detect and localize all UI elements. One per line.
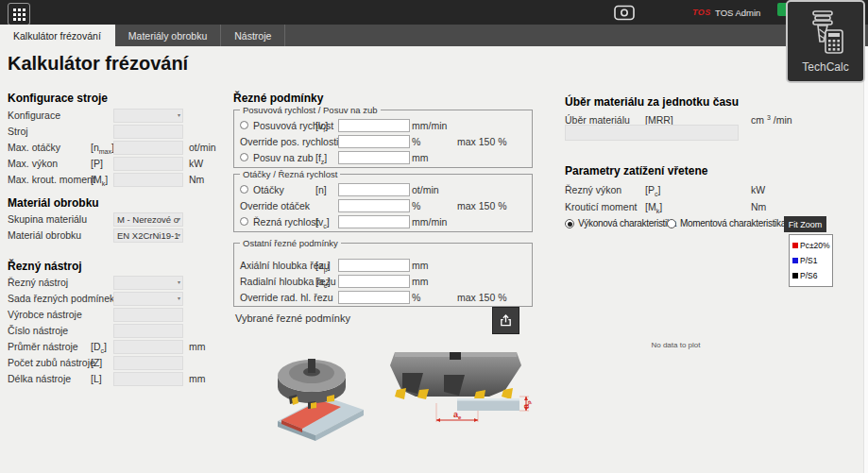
konfigurace-select[interactable]: ▾ <box>113 109 183 123</box>
max-vykon-field <box>113 157 183 171</box>
cutting-conditions-panel: Řezné podmínky Posuvová rychlost / Posuv… <box>233 90 534 373</box>
row-max-vykon: Max. výkon [P] kW <box>8 157 227 171</box>
ae-dimension-label: ae <box>453 410 462 420</box>
legend-label: P/S1 <box>800 256 817 265</box>
camera-button[interactable] <box>614 5 635 21</box>
row-otacky: Otáčky [n] ot/min <box>234 183 532 197</box>
group-legend: Posuvová rychlost / Posuv na zub <box>240 105 381 115</box>
scrollbar-track[interactable] <box>863 46 868 473</box>
skupina-materialu-select[interactable]: M - Nerezové o▾ <box>113 212 183 227</box>
symbol-ae: [ae] <box>315 276 331 287</box>
row-prumer: Průměr nástroje [Dc] mm <box>8 340 227 354</box>
unit-label: mm/min <box>412 120 447 131</box>
override-radialni-input[interactable] <box>338 291 410 304</box>
sada-podminek-select[interactable]: ▾ <box>113 292 183 306</box>
section-title-cutting: Řezné podmínky <box>233 92 323 105</box>
camera-icon <box>614 5 635 21</box>
otacky-radio[interactable] <box>240 185 248 194</box>
torque-characteristic-radio[interactable] <box>667 219 676 228</box>
chevron-down-icon: ▾ <box>178 112 180 118</box>
row-rezna-rychlost: Řezná rychlost [vc] mm/min <box>234 215 532 229</box>
override-otacek-input[interactable] <box>338 199 410 212</box>
row-override-radialni: Override rad. hl. řezu % max 150 % <box>234 291 532 305</box>
legend-swatch-black <box>792 273 798 279</box>
apps-grid-icon <box>13 8 26 21</box>
posuv-na-zub-radio[interactable] <box>240 153 248 161</box>
max-label: max 150 % <box>457 292 507 303</box>
row-konfigurace: Konfigurace ▾ <box>8 109 227 123</box>
otacky-input[interactable] <box>338 183 410 196</box>
fit-zoom-button[interactable]: Fit Zoom <box>784 216 826 232</box>
field-label: Průměr nástroje <box>8 341 78 352</box>
chevron-down-icon: ▾ <box>178 232 180 238</box>
field-label: Override rad. hl. řezu <box>240 292 333 303</box>
max-otacky-field <box>113 141 183 155</box>
rezna-rychlost-radio[interactable] <box>240 217 248 226</box>
techcalc-shortcut-tile[interactable]: TechCalc <box>786 0 865 83</box>
legend-swatch-blue <box>792 258 798 263</box>
chevron-down-icon: ▾ <box>178 279 180 285</box>
symbol-z: [Z] <box>91 357 102 368</box>
field-label: Posuv na zub <box>253 152 314 163</box>
material-obrobku-select[interactable]: EN X2CrNi19-1▾ <box>113 228 183 243</box>
max-label: max 150 % <box>457 136 507 147</box>
export-conditions-button[interactable] <box>492 307 519 334</box>
field-label: Počet zubů nástroje <box>8 357 95 368</box>
tos-logo: TOS <box>692 8 711 17</box>
rezny-nastroj-select[interactable]: ▾ <box>113 276 183 290</box>
torque-characteristic-option[interactable]: Momentová charakteristika <box>667 218 786 231</box>
group-legend: Otáčky / Řezná rychlost <box>240 169 340 179</box>
apps-grid-button[interactable] <box>8 3 30 25</box>
override-posuv-input[interactable] <box>338 135 410 148</box>
chevron-down-icon: ▾ <box>178 296 180 301</box>
ap-dimension-label: ap <box>521 400 532 409</box>
max-moment-field <box>113 173 183 187</box>
field-label: Materiál obrobku <box>8 229 81 241</box>
power-characteristic-radio[interactable] <box>565 219 574 228</box>
axialni-hloubka-input[interactable] <box>338 259 410 272</box>
radio-label: Výkonová charakteristika <box>578 218 676 228</box>
row-posuv-na-zub: Posuv na zub [fz] mm <box>234 151 532 165</box>
row-override-otacek: Override otáček % max 150 % <box>234 199 532 213</box>
symbol-mk: [Mk] <box>91 174 108 185</box>
unit-label: ot/min <box>412 184 439 195</box>
chart-plot-area: No data to plot <box>565 250 787 439</box>
field-label: Číslo nástroje <box>8 325 68 336</box>
row-axialni-hloubka: Axiální hloubka řezu [ap] mm <box>234 259 532 273</box>
legend-item: P/S1 <box>792 253 830 268</box>
milling-isometric-illustration <box>266 347 375 447</box>
group-legend: Ostatní řezné podmínky <box>240 238 341 248</box>
legend-swatch-red <box>792 243 798 248</box>
posuv-na-zub-input[interactable] <box>338 151 410 164</box>
page-title: Kalkulátor frézování <box>8 53 188 75</box>
posuvova-rychlost-radio[interactable] <box>240 121 248 129</box>
unit-label: kW <box>189 158 203 169</box>
power-characteristic-option[interactable]: Výkonová charakteristika <box>565 218 676 231</box>
tab-kalkulator-frezovani[interactable]: Kalkulátor frézování <box>0 25 115 46</box>
max-label: max 150 % <box>457 200 507 211</box>
stroj-field <box>113 125 183 139</box>
radialni-hloubka-input[interactable] <box>338 275 410 288</box>
field-label: Řezná rychlost <box>253 216 318 228</box>
row-sada-podminek: Sada řezných podmínek ▾ <box>8 292 227 306</box>
row-material-obrobku: Materiál obrobku EN X2CrNi19-1▾ <box>8 228 227 243</box>
section-title-tool: Řezný nástroj <box>8 260 82 273</box>
row-skupina-materialu: Skupina materiálu M - Nerezové o▾ <box>8 212 227 227</box>
posuvova-rychlost-input[interactable] <box>338 119 410 132</box>
unit-label: mm <box>412 260 429 271</box>
radio-label: Momentová charakteristika <box>680 218 786 228</box>
tab-nastroje[interactable]: Nástroje <box>221 25 285 46</box>
unit-label: mm <box>189 373 206 384</box>
rezna-rychlost-input[interactable] <box>338 215 410 228</box>
row-radialni-hloubka: Radialní hloubka řezu [ae] mm <box>234 275 532 289</box>
field-label: Max. krout. moment <box>8 174 95 185</box>
group-other: Ostatní řezné podmínky Axiální hloubka ř… <box>233 243 533 307</box>
unit-label: mm/min <box>412 216 447 228</box>
no-data-message: No data to plot <box>651 341 700 349</box>
symbol-vc: [vc] <box>315 216 330 228</box>
field-label: Řezný výkon <box>565 184 621 195</box>
tab-materialy-obrobku[interactable]: Materiály obrobku <box>115 25 221 46</box>
selected-conditions-label: Vybrané řezné podmínky <box>235 313 350 324</box>
tab-bar: Kalkulátor frézování Materiály obrobku N… <box>0 25 868 46</box>
vyrobce-field <box>113 308 183 322</box>
